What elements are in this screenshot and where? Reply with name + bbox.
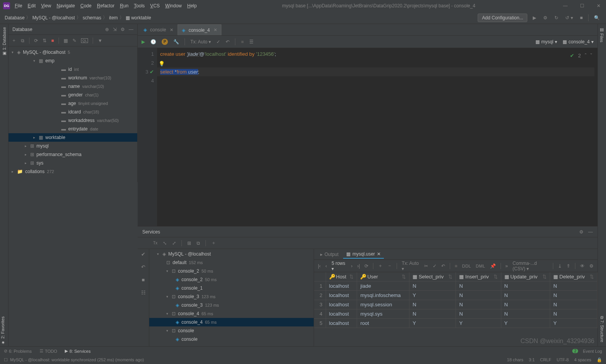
row-number[interactable]: 1: [314, 282, 326, 291]
menu-refactor[interactable]: Refactor: [97, 3, 114, 9]
hide-icon[interactable]: ―: [588, 229, 593, 235]
menu-navigate[interactable]: Navigate: [57, 3, 75, 9]
close-icon[interactable]: ✕: [214, 27, 217, 33]
code-editor[interactable]: 1 2 3 ✔ 4 💡 ✔ 2 ˆ ˇ create user 'jiade'@…: [138, 48, 597, 226]
close-icon[interactable]: ✕: [170, 27, 173, 33]
column-header[interactable]: ▦ Select_priv ⇅: [409, 272, 456, 282]
tree-item-name[interactable]: ▬namevarchar(10): [9, 82, 137, 91]
breadcrumb[interactable]: Database: [5, 15, 24, 21]
filter-icon[interactable]: ▼: [98, 38, 102, 43]
search-icon[interactable]: 🔍: [592, 14, 601, 21]
cell[interactable]: N: [409, 282, 456, 291]
cell[interactable]: Y: [409, 319, 456, 328]
cell[interactable]: N: [501, 282, 550, 291]
tree-item-age[interactable]: ▬agetinyint unsigned: [9, 99, 137, 108]
tree-item-performance_schema[interactable]: ▸⊞performance_schema: [9, 150, 137, 159]
row-number[interactable]: 2: [314, 291, 326, 300]
cell[interactable]: Y: [456, 319, 501, 328]
sql-icon[interactable]: QL: [81, 38, 88, 43]
menu-tools[interactable]: Tools: [134, 3, 145, 9]
table-view-icon[interactable]: ▦: [64, 38, 68, 43]
pin-icon[interactable]: 📌: [490, 263, 496, 269]
first-page-icon[interactable]: |‹: [318, 263, 321, 269]
expand-icon[interactable]: ⤡: [163, 240, 167, 246]
menu-view[interactable]: View: [41, 3, 51, 9]
service-item-console_3[interactable]: ◈console_3123 ms: [149, 301, 314, 309]
tree-item-emp[interactable]: ▾▦emp: [9, 57, 137, 65]
column-header[interactable]: ▦ Insert_priv ⇅: [456, 272, 501, 282]
cell[interactable]: mysql.sys: [357, 309, 409, 319]
grid-settings-icon[interactable]: ⚙: [589, 263, 594, 269]
row-count[interactable]: 5 rows ▾: [331, 261, 346, 271]
prev-issue[interactable]: ˆ: [585, 51, 586, 60]
files-toolwindow-button[interactable]: ▤ Files: [599, 27, 604, 42]
tree-item-entrydate[interactable]: ▬entrydatedate: [9, 125, 137, 133]
hide-icon[interactable]: ―: [129, 27, 133, 32]
service-item-console_4[interactable]: ▾⊡console_465 ms: [149, 309, 314, 318]
cell[interactable]: mysql.session: [357, 300, 409, 309]
tree-item-worknum[interactable]: ▬worknumvarchar(10): [9, 74, 137, 82]
export-icon[interactable]: ⤓: [558, 263, 562, 269]
import-icon[interactable]: ⇑: [566, 263, 570, 269]
cell[interactable]: root: [357, 319, 409, 328]
menu-help[interactable]: Help: [187, 3, 197, 9]
next-issue[interactable]: ˇ: [590, 51, 592, 60]
remove-row-icon[interactable]: －: [387, 263, 392, 269]
duplicate-icon[interactable]: ⧉: [21, 38, 24, 43]
sync-icon[interactable]: ⇅: [43, 38, 47, 43]
column-header[interactable]: 🔑User ⇅: [357, 272, 409, 282]
service-item-console_1[interactable]: ◈console_1: [149, 284, 314, 292]
cell[interactable]: localhost: [326, 319, 357, 328]
menu-code[interactable]: Code: [80, 3, 92, 9]
commit-icon[interactable]: ✓: [216, 39, 220, 45]
cell[interactable]: localhost: [326, 282, 357, 291]
menu-window[interactable]: Window: [165, 3, 182, 9]
column-header[interactable]: ▦ Delete_priv ⇅: [550, 272, 597, 282]
refresh-icon[interactable]: ⟳: [34, 38, 38, 43]
cursor-pos[interactable]: 3:1: [529, 357, 535, 362]
param-icon[interactable]: P: [162, 39, 168, 45]
tab-console_4[interactable]: ◈console_4✕: [178, 24, 221, 35]
tree-item-MySQL-localhost[interactable]: ▾◈MySQL - @localhost5: [9, 48, 137, 57]
row-number[interactable]: 3: [314, 300, 326, 309]
line-ending[interactable]: CRLF: [540, 357, 551, 362]
service-item-console[interactable]: ◈console: [149, 335, 314, 343]
stop-action-icon[interactable]: ■: [142, 277, 145, 283]
tx-mode[interactable]: Tx: Auto ▾: [402, 261, 420, 271]
cell[interactable]: N: [456, 309, 501, 319]
cell[interactable]: N: [456, 300, 501, 309]
indent[interactable]: 4 spaces: [574, 357, 591, 362]
cell[interactable]: N: [456, 282, 501, 291]
tx-icon[interactable]: Tx: [153, 241, 157, 245]
result-grid[interactable]: 🔑Host ⇅🔑User ⇅▦ Select_priv ⇅▦ Insert_pr…: [314, 272, 597, 346]
column-header[interactable]: ▦ Update_priv ⇅: [501, 272, 550, 282]
add-service-icon[interactable]: ＋: [211, 240, 216, 246]
cell[interactable]: jiade: [357, 282, 409, 291]
cell[interactable]: Y: [501, 319, 550, 328]
service-item-console_2[interactable]: ◈console_250 ms: [149, 275, 314, 284]
prev-page-icon[interactable]: ‹: [325, 263, 327, 269]
column-header[interactable]: 🔑Host ⇅: [326, 272, 357, 282]
settings-icon[interactable]: ⚙: [579, 229, 584, 235]
stop-icon[interactable]: ↺ ▾: [564, 14, 574, 21]
cell[interactable]: N: [501, 300, 550, 309]
rollback-icon[interactable]: ↶: [226, 39, 230, 45]
add-configuration-button[interactable]: Add Configuration...: [478, 14, 527, 22]
tree-item-workaddress[interactable]: ▬workaddressvarchar(50): [9, 116, 137, 125]
menu-vcs[interactable]: VCS: [150, 3, 160, 9]
cell[interactable]: N: [550, 291, 597, 300]
menu-file[interactable]: File: [15, 3, 22, 9]
tree-item-sys[interactable]: ▸⊞sys: [9, 159, 137, 167]
lock-icon[interactable]: 🔒: [597, 357, 602, 362]
cell[interactable]: Y: [550, 319, 597, 328]
rerun-icon[interactable]: ↻: [553, 14, 560, 21]
tab-console[interactable]: ◈console✕: [139, 24, 178, 35]
cell[interactable]: localhost: [326, 309, 357, 319]
group-icon[interactable]: ⊞: [187, 240, 191, 246]
explain-icon[interactable]: ☰: [249, 39, 254, 45]
add-icon[interactable]: ＋: [12, 37, 16, 44]
debug-icon[interactable]: ⚙: [542, 14, 549, 21]
close-button[interactable]: ✕: [594, 3, 603, 9]
stop-icon[interactable]: ■: [51, 38, 54, 43]
result-tab-Output[interactable]: ▸Output: [317, 251, 342, 258]
